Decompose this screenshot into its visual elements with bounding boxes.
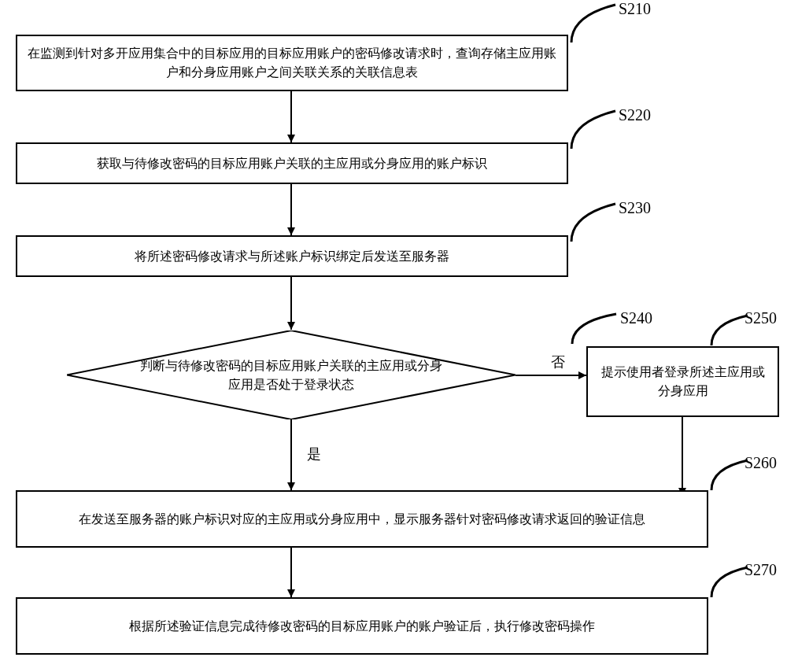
label-s240: S240 [620, 309, 652, 327]
callout-s210 [570, 2, 617, 44]
step-s270-text: 根据所述验证信息完成待修改密码的目标应用账户的账户验证后，执行修改密码操作 [129, 617, 595, 636]
callout-s230 [570, 201, 617, 243]
step-s230-text: 将所述密码修改请求与所述账户标识绑定后发送至服务器 [135, 247, 449, 266]
step-s250: 提示使用者登录所述主应用或分身应用 [586, 346, 779, 417]
callout-s270 [710, 564, 749, 599]
step-s250-text: 提示使用者登录所述主应用或分身应用 [597, 363, 768, 401]
label-s220: S220 [619, 106, 651, 124]
label-s250: S250 [745, 309, 777, 327]
label-s260: S260 [745, 454, 777, 472]
label-s210: S210 [619, 0, 651, 18]
edge-yes: 是 [307, 445, 321, 463]
callout-s260 [710, 457, 749, 492]
step-s210: 在监测到针对多开应用集合中的目标应用的目标应用账户的密码修改请求时，查询存储主应… [16, 35, 568, 91]
step-s230: 将所述密码修改请求与所述账户标识绑定后发送至服务器 [16, 235, 568, 277]
label-s270: S270 [745, 561, 777, 579]
step-s210-text: 在监测到针对多开应用集合中的目标应用的目标应用账户的密码修改请求时，查询存储主应… [27, 44, 557, 82]
label-s230: S230 [619, 199, 651, 217]
callout-s240 [571, 311, 618, 345]
flowchart-canvas: 在监测到针对多开应用集合中的目标应用的目标应用账户的密码修改请求时，查询存储主应… [0, 0, 787, 672]
step-s220: 获取与待修改密码的目标应用账户关联的主应用或分身应用的账户标识 [16, 142, 568, 184]
edge-no: 否 [551, 353, 565, 371]
decision-s240: 判断与待修改密码的目标应用账户关联的主应用或分身应用是否处于登录状态 [67, 330, 515, 419]
step-s270: 根据所述验证信息完成待修改密码的目标应用账户的账户验证后，执行修改密码操作 [16, 597, 708, 655]
step-s220-text: 获取与待修改密码的目标应用账户关联的主应用或分身应用的账户标识 [97, 154, 487, 173]
step-s260: 在发送至服务器的账户标识对应的主应用或分身应用中，显示服务器针对密码修改请求返回… [16, 490, 708, 548]
callout-s220 [570, 108, 617, 150]
decision-s240-text: 判断与待修改密码的目标应用账户关联的主应用或分身应用是否处于登录状态 [67, 330, 515, 419]
step-s260-text: 在发送至服务器的账户标识对应的主应用或分身应用中，显示服务器针对密码修改请求返回… [79, 510, 645, 529]
callout-s250 [710, 312, 749, 347]
